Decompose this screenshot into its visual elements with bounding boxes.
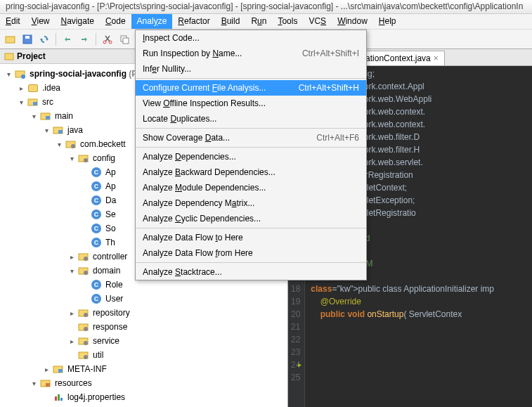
undo-icon[interactable] <box>60 32 75 47</box>
class-icon: C <box>91 195 102 206</box>
menu-build[interactable]: Build <box>216 14 246 29</box>
package-icon <box>78 265 89 276</box>
analyze-menu-dropdown: Inspect Code...Run Inspection by Name...… <box>135 30 367 280</box>
tree-node[interactable]: ▾resources <box>0 376 287 390</box>
tree-toggle[interactable]: ▸ <box>67 337 76 345</box>
class-icon: C <box>91 181 102 192</box>
open-icon[interactable] <box>3 32 18 47</box>
menu-window[interactable]: Window <box>332 14 373 29</box>
close-icon[interactable]: × <box>434 53 439 63</box>
tree-node[interactable]: ▸META-INF <box>0 362 287 376</box>
tree-label: domain <box>91 266 120 276</box>
package-icon <box>78 153 89 164</box>
tree-node[interactable]: ▸repository <box>0 306 287 320</box>
tree-node[interactable]: CUser <box>0 292 287 306</box>
tree-toggle[interactable]: ▾ <box>55 141 63 148</box>
line-number: 20 <box>291 308 300 321</box>
tree-toggle[interactable]: ▾ <box>67 267 76 275</box>
tree-toggle[interactable]: ▸ <box>42 366 51 373</box>
menu-analyze[interactable]: Analyze <box>131 14 173 29</box>
svg-rect-40 <box>46 383 50 387</box>
tree-label: User <box>104 294 123 304</box>
menu-code[interactable]: Code <box>100 14 131 29</box>
menu-item[interactable]: Run Inspection by Name...Ctrl+Alt+Shift+… <box>136 46 366 61</box>
code-line: class="kw">public class ApplicationIniti… <box>311 283 494 295</box>
tree-toggle[interactable]: ▾ <box>30 380 38 387</box>
svg-rect-6 <box>123 38 129 44</box>
menu-item[interactable]: Analyze Backward Dependencies... <box>136 164 366 180</box>
package-icon <box>78 307 89 318</box>
menu-item[interactable]: Analyze Dependency Matrix... <box>136 195 366 211</box>
tree-label: Th <box>104 238 115 247</box>
tree-label: Ap <box>104 167 116 177</box>
menu-navigate[interactable]: Navigate <box>56 14 100 29</box>
tree-label: spring-social-javaconfig (P: <box>28 69 140 79</box>
menu-item[interactable]: Show Coverage Data...Ctrl+Alt+F6 <box>136 130 366 146</box>
menu-edit[interactable]: Edit <box>0 14 26 29</box>
redo-icon[interactable] <box>77 32 92 47</box>
tree-node[interactable]: log4j.properties <box>0 390 287 404</box>
project-title: Project <box>17 51 46 61</box>
menu-run[interactable]: Run <box>245 14 272 29</box>
tree-label: response <box>91 322 127 332</box>
tree-label: com.beckett <box>79 139 126 149</box>
tree-node[interactable]: util <box>0 348 287 362</box>
menu-item[interactable]: Analyze Data Flow from Here <box>136 245 366 261</box>
menu-item[interactable]: Locate Duplicates... <box>136 111 366 127</box>
menubar: EditViewNavigateCodeAnalyzeRefactorBuild… <box>0 14 532 30</box>
tree-node[interactable]: ▸service <box>0 334 287 348</box>
class-icon: C <box>91 209 102 220</box>
tree-node[interactable]: response <box>0 320 287 334</box>
menu-item[interactable]: Analyze Data Flow to Here <box>136 230 366 245</box>
menu-item[interactable]: Inspect Code... <box>136 30 366 46</box>
cut-icon[interactable] <box>100 32 115 47</box>
line-number: 21 <box>291 321 300 333</box>
tree-toggle[interactable]: ▸ <box>17 84 25 92</box>
class-icon: C <box>91 279 102 290</box>
svg-point-24 <box>84 158 88 162</box>
tree-toggle[interactable]: ▸ <box>67 309 76 317</box>
tree-toggle[interactable]: ▾ <box>30 112 38 120</box>
tree-label: .idea <box>41 83 60 93</box>
svg-rect-18 <box>46 116 50 119</box>
svg-point-22 <box>71 144 75 148</box>
tree-label: repository <box>91 308 130 318</box>
svg-point-36 <box>84 355 88 359</box>
menu-item[interactable]: Analyze Dependencies... <box>136 149 366 164</box>
tree-toggle[interactable]: ▾ <box>42 127 51 134</box>
menu-item[interactable]: View Offline Inspection Results... <box>136 96 366 111</box>
line-number: 22 <box>291 333 300 346</box>
menu-vcs[interactable]: VCS <box>303 14 332 29</box>
svg-rect-20 <box>58 130 63 134</box>
tree-label: Da <box>104 195 116 205</box>
save-icon[interactable] <box>20 32 35 47</box>
svg-point-26 <box>84 257 88 261</box>
menu-item[interactable]: Configure Current File Analysis...Ctrl+A… <box>136 80 366 96</box>
menu-item[interactable]: Analyze Stacktrace... <box>136 264 366 280</box>
menu-view[interactable]: View <box>26 14 56 29</box>
copy-icon[interactable] <box>117 32 132 47</box>
menu-help[interactable]: Help <box>373 14 402 29</box>
menu-tools[interactable]: Tools <box>272 14 303 29</box>
svg-point-4 <box>109 41 112 44</box>
tree-label: So <box>104 224 116 233</box>
line-number: 25 <box>291 371 300 384</box>
menu-item[interactable]: Infer Nullity... <box>136 61 366 77</box>
sync-icon[interactable] <box>37 32 52 47</box>
tree-toggle[interactable]: ▸ <box>67 253 76 261</box>
tree-toggle[interactable]: ▾ <box>67 155 76 162</box>
svg-point-34 <box>84 341 88 345</box>
line-number: 23 <box>291 346 300 358</box>
menu-item[interactable]: Analyze Cyclic Dependencies... <box>136 211 366 226</box>
folder-src-icon <box>53 124 64 136</box>
menu-refactor[interactable]: Refactor <box>172 14 215 29</box>
tree-label: java <box>66 125 83 135</box>
tree-toggle[interactable]: ▾ <box>17 98 25 106</box>
menu-separator <box>136 228 366 228</box>
tree-label: resources <box>53 378 92 388</box>
tree-label: service <box>91 336 119 346</box>
tree-toggle[interactable]: ▾ <box>4 70 13 78</box>
code-line: public void onStartup( ServletContex <box>311 308 494 321</box>
window-titlebar: pring-social-javaconfig - [P:\Projects\s… <box>0 0 532 14</box>
menu-item[interactable]: Analyze Module Dependencies... <box>136 180 366 195</box>
